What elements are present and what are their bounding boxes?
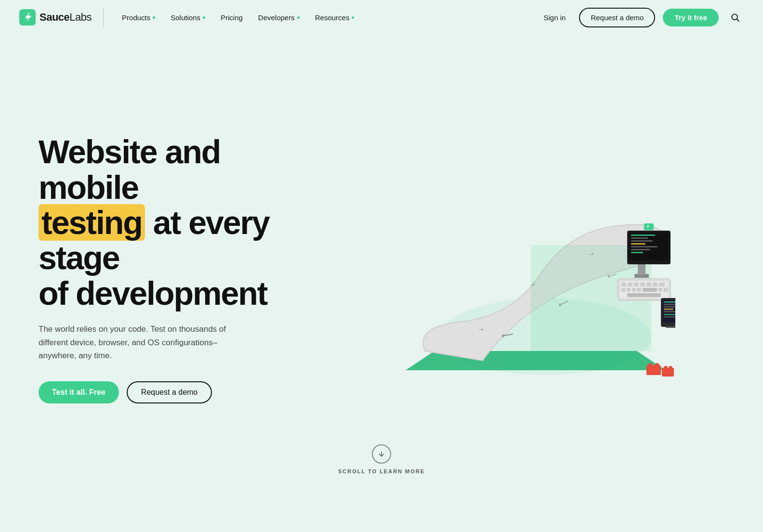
nav-link-solutions[interactable]: Solutions <box>164 10 212 26</box>
svg-rect-35 <box>658 288 662 292</box>
svg-rect-53 <box>666 326 675 328</box>
svg-line-2 <box>737 19 739 22</box>
nav-dot-products <box>153 16 155 19</box>
nav-dot-solutions <box>203 16 205 19</box>
nav-dot-resources <box>352 16 354 19</box>
svg-rect-20 <box>644 223 654 230</box>
try-free-button[interactable]: Try it free <box>663 9 719 26</box>
hero-illustration-svg: → → → <box>338 149 675 389</box>
svg-rect-29 <box>659 283 665 286</box>
svg-rect-30 <box>621 288 625 292</box>
logo-sauce: Sauce <box>39 11 69 23</box>
nav-label-developers: Developers <box>258 13 295 22</box>
svg-rect-36 <box>664 288 668 292</box>
scroll-circle <box>372 444 391 464</box>
hero-subtitle: The world relies on your code. Test on t… <box>39 323 241 362</box>
svg-rect-23 <box>621 283 626 286</box>
hero-content: Website and mobile testing at every stag… <box>39 134 289 403</box>
navbar: SauceLabs Products Solutions Pricing Dev… <box>0 0 763 35</box>
hero-title-highlighted: testing <box>39 204 145 241</box>
hero-title-line1: Website and mobile <box>39 133 220 205</box>
svg-rect-45 <box>664 301 675 303</box>
svg-point-85 <box>669 366 672 370</box>
svg-rect-27 <box>646 283 651 286</box>
svg-rect-83 <box>662 368 674 376</box>
logo-icon <box>19 9 36 26</box>
svg-rect-34 <box>643 288 657 292</box>
nav-link-developers[interactable]: Developers <box>251 10 306 26</box>
nav-label-solutions: Solutions <box>171 13 200 22</box>
svg-rect-19 <box>631 252 643 253</box>
svg-rect-33 <box>637 288 641 292</box>
svg-rect-25 <box>634 283 639 286</box>
svg-rect-14 <box>631 237 648 239</box>
svg-point-84 <box>664 366 668 370</box>
nav-link-products[interactable]: Products <box>115 10 162 26</box>
svg-rect-31 <box>627 288 631 292</box>
svg-rect-28 <box>653 283 658 286</box>
svg-rect-18 <box>631 249 650 250</box>
nav-divider <box>103 8 104 27</box>
svg-rect-15 <box>631 240 653 242</box>
svg-text:→: → <box>478 325 485 333</box>
nav-right: Sign in Request a demo Try it free <box>538 8 744 27</box>
svg-rect-17 <box>631 246 658 247</box>
svg-rect-47 <box>664 306 675 308</box>
svg-rect-46 <box>664 304 675 305</box>
svg-rect-32 <box>632 288 636 292</box>
svg-rect-49 <box>664 311 675 312</box>
hero-section: Website and mobile testing at every stag… <box>0 35 763 493</box>
nav-link-resources[interactable]: Resources <box>308 10 361 26</box>
nav-links: Products Solutions Pricing Developers Re… <box>115 10 538 26</box>
nav-link-pricing[interactable]: Pricing <box>214 10 250 26</box>
svg-rect-48 <box>664 309 673 310</box>
request-demo-button-hero[interactable]: Request a demo <box>127 381 212 403</box>
arrow-down-icon <box>378 450 385 458</box>
nav-label-products: Products <box>122 13 150 22</box>
svg-rect-24 <box>628 283 632 286</box>
search-icon <box>730 13 740 22</box>
svg-rect-51 <box>664 316 675 318</box>
hero-buttons: Test it all. Free Request a demo <box>39 381 289 403</box>
svg-rect-26 <box>640 283 645 286</box>
scroll-label: Scroll to learn more <box>338 468 425 474</box>
test-free-button[interactable]: Test it all. Free <box>39 381 119 403</box>
search-button[interactable] <box>726 9 744 26</box>
logo-link[interactable]: SauceLabs <box>19 9 92 26</box>
svg-point-82 <box>655 363 659 368</box>
svg-rect-13 <box>631 234 655 236</box>
signin-button[interactable]: Sign in <box>538 10 572 26</box>
svg-rect-37 <box>627 293 661 297</box>
hero-illustration: → → → <box>289 149 724 389</box>
svg-rect-10 <box>638 264 645 275</box>
scroll-indicator[interactable]: Scroll to learn more <box>338 444 425 474</box>
nav-label-pricing: Pricing <box>221 13 243 22</box>
svg-rect-16 <box>631 243 645 245</box>
request-demo-button-nav[interactable]: Request a demo <box>579 8 655 27</box>
svg-point-81 <box>648 363 653 368</box>
logo-labs: Labs <box>69 11 92 23</box>
svg-rect-50 <box>664 314 675 315</box>
nav-label-resources: Resources <box>315 13 350 22</box>
hero-title: Website and mobile testing at every stag… <box>39 134 289 311</box>
nav-dot-developers <box>297 16 300 19</box>
